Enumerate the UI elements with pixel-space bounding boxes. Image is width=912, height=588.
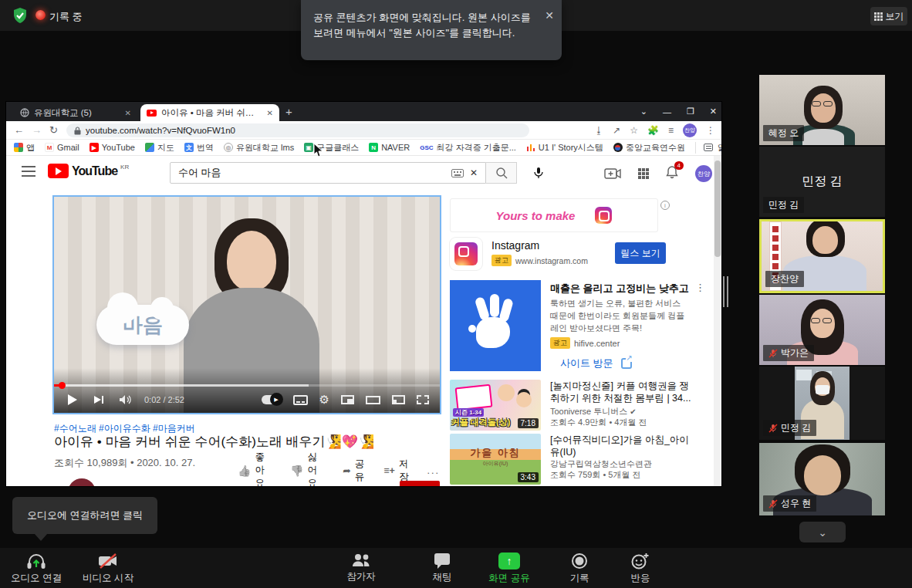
share-screen-button[interactable]: ↑ 화면 공유 (475, 553, 544, 585)
autoplay-toggle[interactable] (262, 395, 282, 404)
bookmark-gsc[interactable]: GSC최강 자격증 기출문... (420, 142, 516, 154)
youtube-logo[interactable]: YouTube KR (48, 164, 129, 178)
ad-row[interactable]: Instagram 광고 www.instagram.com 릴스 보기 (450, 238, 714, 273)
recommended-thumbnail-1[interactable]: 시즌 1-34 커플 대격돌(상) 7:18 (450, 380, 541, 431)
start-video-button[interactable]: 비디오 시작 (73, 553, 143, 585)
tab-search-chevron-icon[interactable]: ⌄ (640, 106, 647, 117)
bookmark-lms[interactable]: ◍유원대학교 lms (224, 142, 294, 154)
external-link-icon (621, 358, 632, 369)
bookmark-star-icon[interactable]: ☆ (630, 125, 638, 136)
browser-tab-univ[interactable]: 유원대학교 (5) ✕ (14, 104, 137, 121)
participant-tile-active-speaker[interactable]: 장찬양 (759, 219, 885, 293)
reactions-button[interactable]: 반응 (606, 553, 675, 585)
gov-icon (613, 143, 623, 152)
participant-tile[interactable]: 민정 김 (759, 367, 885, 440)
share-page-icon[interactable]: ↗ (613, 125, 620, 136)
participant-tile[interactable]: 혜정 오 (759, 75, 885, 145)
recommended-title-1[interactable]: [놀지마정신줄] 커플 여행권을 쟁취하기 위한 처절한 몸부림 | 34... (550, 380, 697, 405)
like-button[interactable]: 👍좋아요 (238, 451, 273, 486)
security-shield-icon[interactable] (11, 6, 29, 25)
bookmark-gmail[interactable]: MGmail (45, 143, 79, 152)
subscribe-button[interactable] (400, 481, 440, 486)
visit-site-button[interactable]: 사이트 방문 (560, 357, 632, 370)
volume-icon[interactable] (119, 394, 132, 405)
scrollbar-thumb[interactable] (714, 161, 721, 257)
participants-scroll-down-button[interactable]: ⌄ (799, 522, 846, 542)
bookmark-story[interactable]: U1 I' Story시스템 (526, 142, 603, 154)
share-button[interactable]: ➦공유 (343, 451, 366, 486)
notification-close-icon[interactable]: ✕ (545, 8, 554, 25)
ad2-thumbnail[interactable] (450, 280, 541, 371)
theater-mode-icon[interactable] (366, 396, 380, 404)
sidebar-list-icon[interactable]: ≡ (668, 125, 674, 136)
bookmark-translate[interactable]: 文번역 (184, 142, 214, 154)
miniplayer-icon[interactable] (341, 395, 354, 404)
tab-close-icon[interactable]: ✕ (267, 109, 273, 117)
reload-icon[interactable]: ↻ (49, 124, 58, 136)
keyboard-icon[interactable] (451, 169, 464, 177)
browser-profile-avatar[interactable]: 찬양 (683, 123, 697, 137)
voice-search-button[interactable] (528, 162, 549, 184)
ad2-menu-icon[interactable]: ⋮ (695, 282, 705, 293)
participant-tile[interactable]: 박가은 (759, 295, 885, 365)
next-button[interactable] (94, 396, 103, 404)
search-button[interactable] (486, 162, 517, 184)
notifications-button[interactable]: 4 (666, 165, 678, 182)
participant-tile[interactable]: 성우 현 (759, 443, 885, 515)
duration-badge: 7:18 (518, 418, 539, 428)
ad2-title[interactable]: 매출은 올리고 고정비는 낮추고 (550, 282, 689, 296)
bookmark-maps[interactable]: 지도 (145, 142, 174, 154)
menu-hamburger-icon[interactable] (22, 166, 35, 177)
bookmark-classroom[interactable]: ▣구글클래스 (304, 142, 359, 154)
extensions-icon[interactable]: 🧩 (647, 125, 659, 136)
subtitles-icon[interactable] (293, 395, 308, 405)
youtube-profile-avatar[interactable]: 찬양 (695, 165, 712, 182)
video-player[interactable]: 마음 0:02 / 2:52 ⚙ (54, 197, 440, 413)
channel-avatar[interactable] (68, 478, 96, 486)
bookmark-naver[interactable]: NNAVER (369, 143, 410, 152)
view-button[interactable]: 보기 (870, 7, 907, 25)
settings-gear-icon[interactable]: ⚙ (319, 393, 329, 407)
dislike-button[interactable]: 👎싫어요 (290, 451, 326, 486)
join-audio-button[interactable]: 오디오 연결 (2, 553, 71, 585)
page-scrollbar[interactable] (714, 156, 721, 486)
sidebar-resize-handle[interactable] (723, 276, 729, 307)
forward-icon[interactable]: → (32, 124, 42, 136)
recommended-channel-1[interactable]: Tooniverse 투니버스 ✔ (550, 406, 637, 417)
create-video-icon[interactable] (604, 167, 621, 180)
chat-button[interactable]: 채팅 (407, 553, 477, 584)
cast-icon[interactable] (392, 395, 405, 404)
bookmark-youtube[interactable]: ▶YouTube (90, 143, 135, 152)
participant-center-name: 민정 김 (759, 174, 885, 190)
recommended-title-2[interactable]: [수어뮤직비디오]가을 아침_아이유(IU) (550, 434, 697, 459)
ad-info-icon[interactable]: i (660, 201, 670, 210)
camera-off-icon (97, 553, 119, 569)
tab-title: 유원대학교 (5) (34, 107, 120, 119)
participant-tile[interactable]: 민정 김 민정 김 (759, 147, 885, 217)
browser-tab-youtube[interactable]: 아이유 • 마음 커버 쉬운 수어(수 ✕ (140, 104, 279, 121)
new-tab-button[interactable]: + (285, 105, 292, 118)
back-icon[interactable]: ← (14, 124, 24, 136)
ad-banner[interactable]: Yours to make (450, 198, 658, 232)
download-icon[interactable]: ⭳ (594, 125, 603, 136)
search-input[interactable] (171, 167, 451, 179)
muted-mic-icon (768, 499, 778, 509)
tab-close-icon[interactable]: ✕ (125, 109, 131, 117)
reading-list[interactable]: 읽기 목록 (695, 142, 721, 154)
browser-menu-icon[interactable]: ⋮ (706, 125, 715, 136)
record-button[interactable]: 기록 (545, 553, 614, 585)
reels-cta-button[interactable]: 릴스 보기 (615, 242, 666, 264)
participants-button[interactable]: 참가자 (326, 553, 396, 583)
recommended-channel-2[interactable]: 강남구립역삼청소년수련관 (550, 458, 652, 470)
minimize-icon[interactable]: — (663, 107, 671, 117)
play-button[interactable] (68, 394, 77, 405)
youtube-apps-icon[interactable] (638, 168, 649, 179)
search-clear-icon[interactable]: ✕ (470, 167, 478, 178)
address-bar[interactable]: youtube.com/watch?v=NfQvuoFW1n0 (66, 123, 529, 137)
bookmark-moe[interactable]: 중앙교육연수원 (613, 142, 685, 154)
recommended-thumbnail-2[interactable]: 가을 아침 아이유(IU) 3:43 (450, 434, 541, 485)
bookmark-apps[interactable]: 앱 (14, 142, 35, 154)
window-close-icon[interactable]: ✕ (710, 106, 717, 117)
fullscreen-icon[interactable] (417, 395, 429, 404)
maximize-icon[interactable]: ❐ (687, 106, 694, 117)
